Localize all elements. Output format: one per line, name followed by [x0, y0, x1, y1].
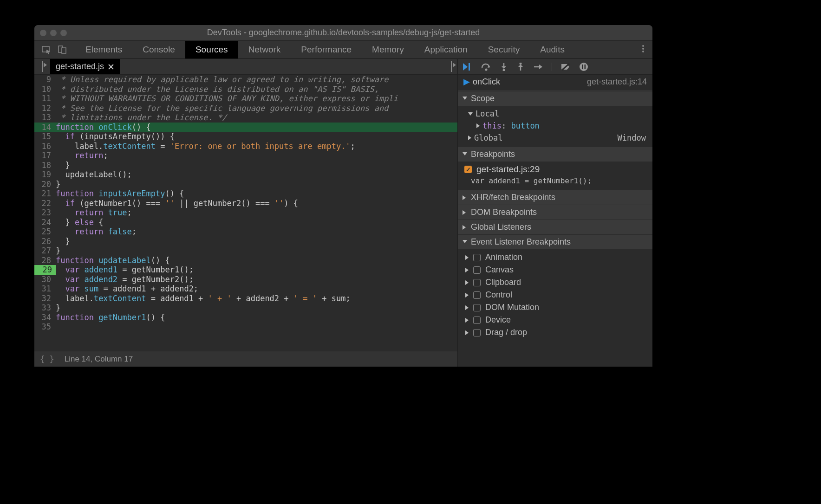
minimize-traffic-icon[interactable] — [50, 30, 57, 36]
dom-breakpoints-header[interactable]: DOM Breakpoints — [458, 205, 652, 220]
code-line[interactable]: 31 var sum = addend1 + addend2; — [34, 284, 457, 294]
event-category[interactable]: Clipboard — [458, 276, 652, 289]
chevron-right-icon — [465, 318, 469, 323]
checkbox-icon[interactable] — [473, 304, 481, 311]
window-titlebar[interactable]: DevTools - googlechrome.github.io/devtoo… — [34, 25, 652, 40]
scope-this[interactable]: this: button — [458, 120, 652, 132]
code-line[interactable]: 18 } — [34, 161, 457, 170]
code-line[interactable]: 9 * Unless required by applicable law or… — [34, 75, 457, 84]
pause-exceptions-icon[interactable] — [579, 62, 588, 71]
step-out-icon[interactable] — [516, 63, 525, 71]
step-over-icon[interactable] — [481, 63, 491, 71]
code-line[interactable]: 16 label.textContent = 'Error: one or bo… — [34, 142, 457, 151]
svg-rect-13 — [585, 65, 586, 69]
call-frame[interactable]: ▶ onClick get-started.js:14 — [458, 75, 652, 91]
code-line[interactable]: 19 updateLabel(); — [34, 170, 457, 180]
cursor-position: Line 14, Column 17 — [65, 355, 133, 364]
resume-icon[interactable] — [463, 63, 473, 71]
checkbox-icon[interactable] — [473, 279, 481, 286]
main-tabbar: ElementsConsoleSourcesNetworkPerformance… — [34, 40, 652, 59]
zoom-traffic-icon[interactable] — [60, 30, 67, 36]
toolbar-divider — [552, 63, 552, 71]
xhr-breakpoints-header[interactable]: XHR/fetch Breakpoints — [458, 190, 652, 205]
code-line[interactable]: 33} — [34, 303, 457, 313]
checkbox-checked-icon[interactable] — [464, 166, 472, 173]
tab-console[interactable]: Console — [132, 41, 185, 58]
code-line[interactable]: 10 * distributed under the License is di… — [34, 84, 457, 94]
scope-section-header[interactable]: Scope — [458, 91, 652, 106]
code-line[interactable]: 11 * WITHOUT WARRANTIES OR CONDITIONS OF… — [34, 94, 457, 103]
svg-point-11 — [580, 63, 588, 71]
close-icon[interactable] — [108, 64, 114, 70]
navigator-toggle-icon[interactable] — [34, 62, 50, 72]
debugger-toggle-icon[interactable] — [451, 61, 452, 72]
call-frame-location: get-started.js:14 — [587, 77, 647, 87]
inspect-element-icon[interactable] — [42, 45, 51, 54]
file-tab[interactable]: get-started.js — [50, 59, 120, 74]
file-tab-name: get-started.js — [56, 62, 104, 71]
code-line[interactable]: 32 label.textContent = addend1 + ' + ' +… — [34, 294, 457, 304]
code-line[interactable]: 28function updateLabel() { — [34, 256, 457, 265]
scope-local[interactable]: Local — [458, 108, 652, 120]
event-category[interactable]: DOM Mutation — [458, 301, 652, 314]
deactivate-breakpoints-icon[interactable] — [560, 63, 571, 71]
tab-memory[interactable]: Memory — [362, 41, 414, 58]
tab-network[interactable]: Network — [238, 41, 291, 58]
kebab-menu-icon[interactable] — [642, 45, 644, 52]
code-line[interactable]: 30 var addend2 = getNumber2(); — [34, 275, 457, 284]
code-editor[interactable]: 9 * Unless required by applicable law or… — [34, 75, 457, 351]
code-line[interactable]: 24 } else { — [34, 218, 457, 227]
status-bar: { } Line 14, Column 17 — [34, 351, 457, 367]
tab-security[interactable]: Security — [478, 41, 530, 58]
code-line[interactable]: 12 * See the License for the specific la… — [34, 103, 457, 113]
step-into-icon[interactable] — [500, 63, 508, 71]
chevron-right-icon — [465, 305, 469, 310]
debugger-sidebar: ▶ onClick get-started.js:14 Scope Local … — [457, 59, 652, 367]
event-category[interactable]: Device — [458, 314, 652, 326]
event-categories: AnimationCanvasClipboardControlDOM Mutat… — [458, 249, 652, 342]
code-line[interactable]: 23 return true; — [34, 208, 457, 218]
scope-global[interactable]: GlobalWindow — [458, 132, 652, 144]
code-line[interactable]: 22 if (getNumber1() === '' || getNumber2… — [34, 199, 457, 208]
tab-elements[interactable]: Elements — [75, 41, 132, 58]
tab-sources[interactable]: Sources — [185, 41, 238, 58]
global-listeners-header[interactable]: Global Listeners — [458, 220, 652, 234]
tab-application[interactable]: Application — [414, 41, 478, 58]
event-category[interactable]: Control — [458, 289, 652, 301]
code-line[interactable]: 20} — [34, 180, 457, 189]
checkbox-icon[interactable] — [473, 291, 481, 299]
window-title: DevTools - googlechrome.github.io/devtoo… — [34, 28, 652, 38]
tab-performance[interactable]: Performance — [291, 41, 362, 58]
step-icon[interactable] — [533, 63, 543, 71]
breakpoint-item[interactable]: get-started.js:29 — [458, 163, 652, 175]
event-category[interactable]: Drag / drop — [458, 326, 652, 339]
event-category[interactable]: Animation — [458, 251, 652, 264]
code-line[interactable]: 14function onClick() { — [34, 123, 457, 132]
code-line[interactable]: 26 } — [34, 237, 457, 246]
code-line[interactable]: 21function inputsAreEmpty() { — [34, 189, 457, 199]
svg-rect-12 — [582, 65, 583, 69]
checkbox-icon[interactable] — [473, 266, 481, 274]
code-line[interactable]: 25 return false; — [34, 227, 457, 237]
checkbox-icon[interactable] — [473, 329, 481, 336]
code-line[interactable]: 27} — [34, 246, 457, 256]
close-traffic-icon[interactable] — [40, 30, 46, 36]
device-mode-icon[interactable] — [58, 45, 67, 54]
checkbox-icon[interactable] — [473, 317, 481, 324]
chevron-right-icon — [465, 330, 469, 335]
code-line[interactable]: 34function getNumber1() { — [34, 313, 457, 323]
code-line[interactable]: 13 * limitations under the License. */ — [34, 113, 457, 123]
code-line[interactable]: 15 if (inputsAreEmpty()) { — [34, 132, 457, 142]
current-frame-icon: ▶ — [463, 77, 470, 87]
code-line[interactable]: 29 var addend1 = getNumber1(); — [34, 265, 457, 275]
pretty-print-icon[interactable]: { } — [40, 355, 54, 364]
checkbox-icon[interactable] — [473, 254, 481, 261]
event-category[interactable]: Canvas — [458, 264, 652, 276]
breakpoints-section-header[interactable]: Breakpoints — [458, 147, 652, 162]
tab-audits[interactable]: Audits — [530, 41, 575, 58]
event-listener-breakpoints-header[interactable]: Event Listener Breakpoints — [458, 234, 652, 249]
code-line[interactable]: 17 return; — [34, 151, 457, 161]
devtools-window: DevTools - googlechrome.github.io/devtoo… — [34, 25, 652, 367]
scope-section-body: Local this: button GlobalWindow — [458, 106, 652, 147]
code-line[interactable]: 35 — [34, 322, 457, 332]
